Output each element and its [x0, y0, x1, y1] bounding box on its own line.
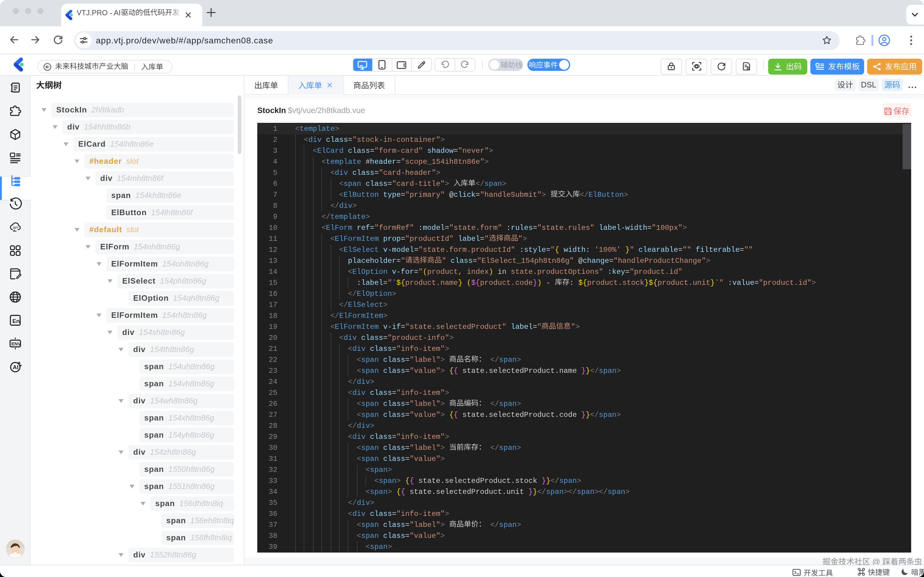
svg-text:ENV: ENV	[11, 341, 21, 346]
svg-text:API: API	[13, 226, 18, 229]
svg-text:En: En	[12, 318, 19, 324]
svg-text:AI: AI	[13, 364, 19, 371]
